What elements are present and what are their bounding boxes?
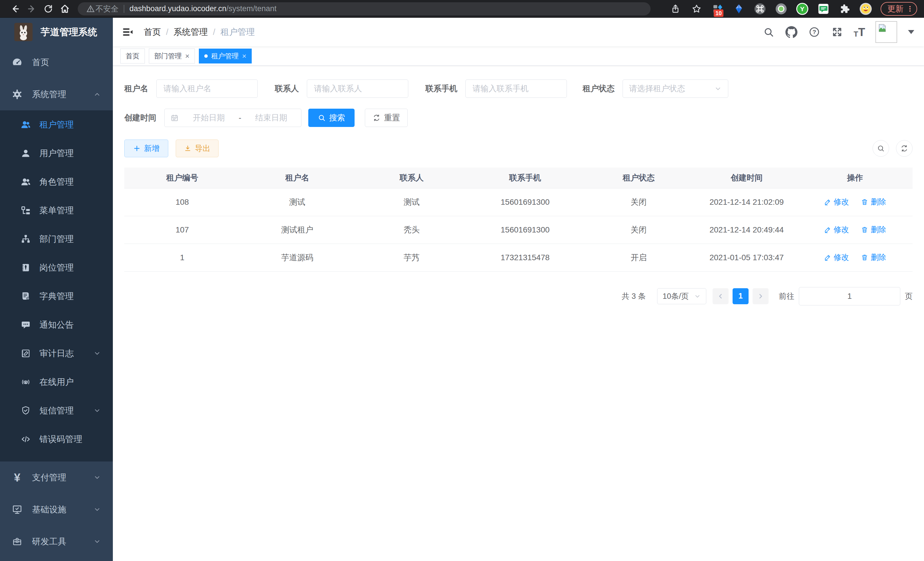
sidebar-item-role[interactable]: 角色管理 xyxy=(0,168,113,196)
question-icon: ? xyxy=(808,26,820,38)
extensions-puzzle-button[interactable] xyxy=(838,3,851,15)
help-button[interactable]: ? xyxy=(808,26,820,38)
breadcrumb-system[interactable]: 系统管理 xyxy=(173,26,208,38)
next-page-button[interactable] xyxy=(753,288,769,304)
reset-button[interactable]: 重置 xyxy=(365,109,408,127)
extension-tab-manager-button[interactable]: 10 xyxy=(711,3,724,15)
sidebar-item-label: 系统管理 xyxy=(32,89,66,100)
site-info-button[interactable] xyxy=(86,4,95,14)
trash-icon xyxy=(861,198,868,206)
mobile-input[interactable] xyxy=(465,80,567,98)
add-button[interactable]: 新增 xyxy=(124,140,168,157)
extension-badge: 10 xyxy=(714,9,723,17)
current-page-button[interactable]: 1 xyxy=(733,288,748,304)
browser-back-button[interactable] xyxy=(7,1,23,17)
github-button[interactable] xyxy=(785,26,798,38)
fullscreen-button[interactable] xyxy=(831,26,843,38)
sidebar-item-label: 菜单管理 xyxy=(39,205,74,217)
sidebar-item-sms[interactable]: 短信管理 xyxy=(0,396,113,425)
sidebar-item-system[interactable]: 系统管理 xyxy=(0,78,113,110)
delete-link[interactable]: 删除 xyxy=(861,224,886,235)
contact-input[interactable] xyxy=(307,80,408,98)
sidebar-item-pay[interactable]: ¥ 支付管理 xyxy=(0,462,113,493)
hamburger-button[interactable] xyxy=(122,26,134,38)
sidebar-item-post[interactable]: 岗位管理 xyxy=(0,253,113,282)
extension-chat-button[interactable] xyxy=(817,3,830,15)
page-size-select[interactable]: 10条/页 xyxy=(657,288,706,304)
extension-yapi-button[interactable]: Y xyxy=(796,3,808,15)
cell-tenant-id: 1 xyxy=(124,244,240,271)
hamburger-icon xyxy=(122,26,134,38)
goto-page-input[interactable] xyxy=(799,287,900,305)
menu-tree-icon xyxy=(20,205,32,216)
sidebar-item-audit-log[interactable]: 审计日志 xyxy=(0,339,113,368)
close-tab-icon[interactable]: × xyxy=(185,52,189,60)
browser-forward-button[interactable] xyxy=(23,1,40,17)
cell-tenant-id: 108 xyxy=(124,188,240,216)
prev-page-button[interactable] xyxy=(712,288,729,304)
close-tab-icon[interactable]: × xyxy=(242,52,246,60)
sidebar-item-tenant[interactable]: 租户管理 xyxy=(0,110,113,139)
tab-label: 租户管理 xyxy=(211,51,238,61)
sidebar-item-label: 角色管理 xyxy=(39,176,74,188)
sidebar-item-infra[interactable]: 基础设施 xyxy=(0,493,113,526)
refresh-table-button[interactable] xyxy=(896,140,913,157)
app-logo-row[interactable]: 芋道管理系统 xyxy=(0,18,113,46)
breadcrumb-home[interactable]: 首页 xyxy=(144,26,161,38)
search-button[interactable]: 搜索 xyxy=(308,109,355,127)
export-button[interactable]: 导出 xyxy=(176,140,219,157)
sidebar-item-user[interactable]: 用户管理 xyxy=(0,139,113,168)
tab-dept[interactable]: 部门管理× xyxy=(149,49,195,63)
date-end-placeholder: 结束日期 xyxy=(247,112,296,123)
sidebar-item-dept[interactable]: 部门管理 xyxy=(0,225,113,253)
create-time-range-picker[interactable]: 开始日期 - 结束日期 xyxy=(164,109,302,127)
user-icon xyxy=(20,147,32,159)
cell-mobile: 15601691300 xyxy=(469,216,582,244)
extension-command-button[interactable] xyxy=(754,3,766,15)
user-avatar[interactable] xyxy=(875,21,897,43)
tab-home[interactable]: 首页 xyxy=(120,49,145,63)
arrow-left-icon xyxy=(10,4,20,14)
sidebar-item-notice[interactable]: 通知公告 xyxy=(0,311,113,339)
url-bar[interactable]: 不安全 dashboard.yudao.iocoder.cn/system/te… xyxy=(78,2,651,15)
extension-recorder-button[interactable] xyxy=(775,3,788,15)
sidebar-item-dev-tools[interactable]: 研发工具 xyxy=(0,526,113,558)
header-search-button[interactable] xyxy=(762,26,775,38)
delete-link[interactable]: 删除 xyxy=(861,197,886,207)
select-caret-icon xyxy=(694,293,701,300)
share-button[interactable] xyxy=(669,3,682,15)
sidebar-item-home[interactable]: 首页 xyxy=(0,46,113,78)
toggle-search-button[interactable] xyxy=(873,140,889,157)
edit-link[interactable]: 修改 xyxy=(824,197,849,207)
browser-reload-button[interactable] xyxy=(40,1,57,17)
sidebar-item-error-code[interactable]: 错误码管理 xyxy=(0,425,113,453)
browser-home-button[interactable] xyxy=(57,1,73,17)
breadcrumb-separator: / xyxy=(213,27,215,37)
delete-link[interactable]: 删除 xyxy=(861,252,886,262)
sidebar-item-menu[interactable]: 菜单管理 xyxy=(0,196,113,225)
edit-link[interactable]: 修改 xyxy=(824,252,849,262)
avatar-dropdown-caret[interactable] xyxy=(908,30,914,34)
delete-link-label: 删除 xyxy=(871,252,886,262)
bookmark-star-button[interactable] xyxy=(690,3,703,15)
sidebar-item-online-user[interactable]: 在线用户 xyxy=(0,368,113,396)
edit-link-label: 修改 xyxy=(834,224,849,235)
create-time-label: 创建时间 xyxy=(124,112,156,123)
status-select[interactable]: 请选择租户状态 xyxy=(622,80,728,98)
font-size-button[interactable]: TT xyxy=(854,26,865,38)
extension-kite-button[interactable] xyxy=(733,3,745,15)
github-icon xyxy=(785,26,797,38)
browser-profile-avatar[interactable] xyxy=(860,3,872,15)
filter-form-row-1: 租户名 联系人 联系手机 租户状态 请选择租户状态 xyxy=(124,80,913,98)
edit-link[interactable]: 修改 xyxy=(824,224,849,235)
tab-tenant[interactable]: 租户管理× xyxy=(199,49,252,63)
tenant-name-input[interactable] xyxy=(156,80,258,98)
cell-created: 2021-01-05 17:03:47 xyxy=(696,244,797,271)
sidebar-item-label: 首页 xyxy=(32,57,49,68)
edit-pen-icon xyxy=(824,254,831,261)
chevron-down-icon xyxy=(93,350,101,357)
browser-update-button[interactable]: 更新 xyxy=(880,2,917,16)
cell-contact: 芋艿 xyxy=(355,244,469,271)
sidebar-item-label: 审计日志 xyxy=(39,348,74,359)
sidebar-item-dict[interactable]: 字典管理 xyxy=(0,282,113,311)
